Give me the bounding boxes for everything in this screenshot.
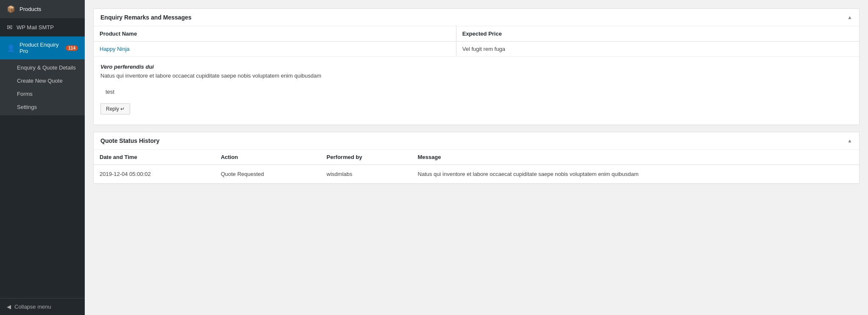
history-table-row: 2019-12-04 05:00:02 Quote Requested wisd…	[94, 164, 859, 183]
notification-badge: 114	[66, 45, 78, 51]
sidebar: 📦 Products ✉ WP Mail SMTP 👤 Product Enqu…	[0, 0, 85, 315]
sidebar-item-label: WP Mail SMTP	[17, 24, 54, 31]
col-product-name: Product Name	[94, 26, 456, 42]
sidebar-submenu-forms[interactable]: Forms	[0, 87, 85, 100]
enquiry-icon: 👤	[7, 44, 15, 52]
expected-price-cell: Vel fugit rem fuga	[456, 42, 859, 57]
sidebar-item-wp-mail-smtp[interactable]: ✉ WP Mail SMTP	[0, 18, 85, 36]
history-date: 2019-12-04 05:00:02	[94, 164, 215, 183]
product-link[interactable]: Happy Ninja	[100, 46, 130, 52]
sidebar-submenu-enquiry-quote-details[interactable]: Enquiry & Quote Details	[0, 61, 85, 74]
remark-title: Vero perferendis dui	[100, 64, 852, 70]
enquiry-table: Product Name Expected Price Happy Ninja …	[94, 26, 859, 57]
products-icon: 📦	[7, 5, 15, 13]
col-expected-price: Expected Price	[456, 26, 859, 42]
collapse-label: Collapse menu	[14, 304, 51, 310]
enquiry-panel-body: Product Name Expected Price Happy Ninja …	[94, 26, 859, 125]
enquiry-remarks-panel: Enquiry Remarks and Messages ▲ Product N…	[93, 8, 860, 125]
sidebar-submenu-settings[interactable]: Settings	[0, 100, 85, 114]
sidebar-submenu: Enquiry & Quote Details Create New Quote…	[0, 59, 85, 115]
sidebar-item-product-enquiry-pro[interactable]: 👤 Product Enquiry Pro 114	[0, 36, 85, 59]
collapse-icon: ◀	[7, 304, 11, 310]
table-row: Happy Ninja Vel fugit rem fuga	[94, 42, 859, 57]
sidebar-item-products[interactable]: 📦 Products	[0, 0, 85, 18]
main-content: Enquiry Remarks and Messages ▲ Product N…	[85, 0, 868, 315]
col-action: Action	[215, 150, 321, 165]
enquiry-panel-title: Enquiry Remarks and Messages	[100, 14, 192, 21]
remark-body: Natus qui inventore et labore occaecat c…	[100, 72, 852, 80]
history-panel-header: Quote Status History ▲	[94, 132, 859, 150]
history-panel-body: Date and Time Action Performed by Messag…	[94, 150, 859, 184]
history-action: Quote Requested	[215, 164, 321, 183]
history-performed-by: wisdmlabs	[321, 164, 412, 183]
history-table: Date and Time Action Performed by Messag…	[94, 150, 859, 184]
quote-history-panel: Quote Status History ▲ Date and Time Act…	[93, 132, 860, 184]
col-performed-by: Performed by	[321, 150, 412, 165]
col-message: Message	[412, 150, 859, 165]
history-message: Natus qui inventore et labore occaecat c…	[412, 164, 859, 183]
col-date-time: Date and Time	[94, 150, 215, 165]
product-name-cell: Happy Ninja	[94, 42, 456, 57]
mail-icon: ✉	[7, 23, 12, 31]
sidebar-item-label: Product Enquiry Pro	[19, 42, 62, 54]
remark-section: Vero perferendis dui Natus qui inventore…	[94, 57, 859, 125]
enquiry-panel-chevron[interactable]: ▲	[847, 14, 852, 20]
remark-test-value: test	[100, 85, 852, 98]
history-panel-chevron[interactable]: ▲	[847, 138, 852, 144]
reply-button[interactable]: Reply ↵	[100, 103, 130, 114]
history-panel-title: Quote Status History	[100, 137, 159, 144]
collapse-menu-button[interactable]: ◀ Collapse menu	[0, 298, 85, 315]
sidebar-item-label: Products	[19, 6, 41, 12]
sidebar-submenu-create-new-quote[interactable]: Create New Quote	[0, 74, 85, 87]
enquiry-panel-header: Enquiry Remarks and Messages ▲	[94, 9, 859, 26]
